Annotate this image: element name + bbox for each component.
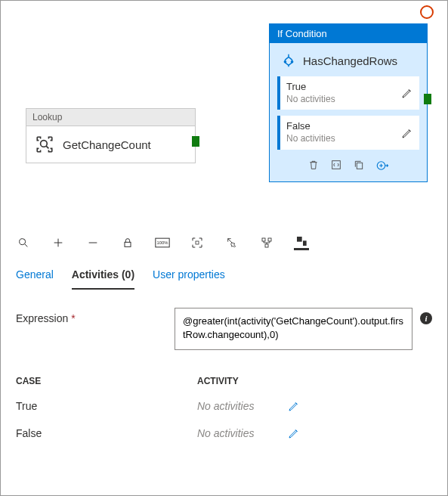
code-icon[interactable] [330,159,342,172]
required-asterisk: * [71,312,75,324]
activity-if-type-label: If Condition [270,24,427,43]
search-icon[interactable] [16,235,31,250]
svg-line-1 [46,146,48,148]
pencil-icon[interactable] [401,127,413,139]
svg-point-3 [291,60,294,64]
case-name: True [16,400,197,412]
pencil-icon[interactable] [401,87,413,99]
validation-error-indicator[interactable] [420,5,434,19]
if-branch-true-sub: No activities [286,94,335,106]
if-branch-true[interactable]: True No activities [277,76,419,110]
svg-rect-19 [297,237,302,242]
lookup-icon [34,134,55,155]
if-branch-false-sub: No activities [286,133,335,145]
tab-user-properties[interactable]: User properties [153,264,225,290]
pipeline-canvas[interactable]: Lookup GetChangeCount If Condition [1,1,447,228]
minimap-icon[interactable] [294,235,309,250]
info-icon[interactable]: i [420,312,432,324]
case-activity: No activities [197,427,288,439]
case-activity: No activities [197,400,288,412]
svg-rect-15 [196,241,199,244]
svg-rect-5 [357,163,362,169]
pencil-icon[interactable] [288,400,300,412]
expression-label-text: Expression [16,312,68,324]
table-row: True No activities [16,392,432,420]
svg-text:100%: 100% [157,241,168,246]
svg-point-7 [20,239,26,245]
canvas-toolbar: 100% [1,228,447,261]
delete-icon[interactable] [307,159,320,172]
svg-rect-16 [262,238,265,241]
tab-general[interactable]: General [16,264,54,290]
if-branch-false-label: False [286,120,335,133]
activities-panel: Expression * i [1,290,447,358]
case-header-activity: ACTIVITY [197,376,432,386]
fit-screen-icon[interactable] [190,235,205,250]
auto-align-icon[interactable] [259,235,274,250]
svg-point-0 [41,141,48,147]
svg-point-2 [284,60,287,64]
case-header-case: CASE [16,376,197,386]
expression-label: Expression * [16,308,167,324]
activity-lookup[interactable]: Lookup GetChangeCount [26,108,196,163]
properties-tabs: General Activities (0) User properties [1,261,447,290]
add-output-icon[interactable] [375,159,389,172]
svg-rect-12 [125,242,131,246]
activity-if-condition[interactable]: If Condition HasChangedRows True [269,23,428,182]
lock-icon[interactable] [120,235,135,250]
if-condition-icon [280,52,297,69]
activity-lookup-name: GetChangeCount [63,138,151,151]
copy-icon[interactable] [353,159,365,172]
activity-output-port[interactable] [192,136,199,147]
table-row: False No activities [16,420,432,447]
select-icon[interactable] [224,235,239,250]
zoom-out-icon[interactable] [85,235,100,250]
zoom-in-icon[interactable] [51,235,66,250]
tab-activities[interactable]: Activities (0) [72,264,134,290]
activity-output-port[interactable] [424,94,431,104]
svg-rect-17 [268,238,271,241]
pencil-icon[interactable] [288,427,300,439]
if-branch-false[interactable]: False No activities [277,116,419,149]
activity-lookup-type-label: Lookup [26,109,195,126]
svg-rect-20 [303,240,307,246]
app-frame: Lookup GetChangeCount If Condition [0,0,448,496]
if-branch-true-label: True [286,81,335,94]
case-table: CASE ACTIVITY True No activities False N… [1,358,447,454]
svg-rect-18 [265,244,268,247]
zoom-100-icon[interactable]: 100% [155,235,170,250]
expression-input[interactable] [175,308,412,350]
activity-if-name: HasChangedRows [303,54,397,67]
case-name: False [16,427,197,439]
svg-line-8 [25,244,27,246]
